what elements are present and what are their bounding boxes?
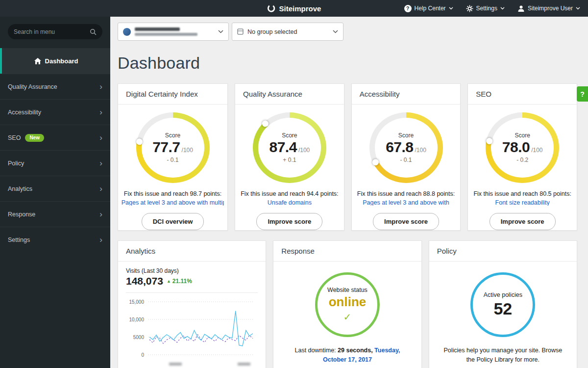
sidebar-item-seo[interactable]: SEO New › bbox=[0, 125, 110, 150]
improve-score-button[interactable]: Improve score bbox=[256, 213, 322, 230]
chevron-right-icon: › bbox=[99, 82, 102, 91]
sidebar-item-label: Analytics bbox=[8, 185, 32, 192]
score-denominator: /100 bbox=[531, 147, 542, 154]
seo-card: SEO Score 78.0/100 - 0.2 Fix this issue … bbox=[467, 83, 577, 231]
qa-gauge: Score 87.4/100 + 0.1 bbox=[253, 112, 326, 183]
group-icon bbox=[237, 28, 244, 35]
chevron-down-icon bbox=[333, 30, 338, 33]
redacted-site-name bbox=[135, 27, 197, 36]
website-status-circle: Website status online ✓ bbox=[315, 272, 380, 337]
score-label: Score bbox=[282, 132, 297, 139]
menu-search[interactable] bbox=[8, 24, 102, 39]
seo-gauge: Score 78.0/100 - 0.2 bbox=[486, 112, 559, 183]
chevron-right-icon: › bbox=[99, 108, 102, 116]
card-title: Policy bbox=[429, 241, 577, 262]
gear-icon bbox=[466, 5, 473, 12]
analytics-card: Analytics Visits (Last 30 days) 148,073 … bbox=[118, 240, 266, 368]
card-title: SEO bbox=[468, 84, 577, 105]
card-title: Accessibility bbox=[352, 84, 461, 105]
score-denominator: /100 bbox=[298, 147, 310, 154]
response-card: Response Website status online ✓ Last do… bbox=[273, 240, 421, 368]
score-value: 87.4 bbox=[270, 139, 297, 156]
new-badge: New bbox=[25, 134, 44, 142]
settings-menu[interactable]: Settings bbox=[466, 5, 505, 12]
score-label: Score bbox=[398, 132, 414, 139]
chevron-down-icon bbox=[449, 7, 453, 10]
score-delta: - 0.1 bbox=[167, 157, 179, 163]
accessibility-card: Accessibility Score 67.8/100 - 0.1 Fix t… bbox=[351, 83, 461, 231]
fix-text: Fix this issue and reach 94.4 points: bbox=[238, 190, 341, 197]
score-denominator: /100 bbox=[182, 147, 193, 154]
fix-link[interactable]: Pages at level 3 and above with multiple bbox=[122, 199, 224, 206]
clipped-axis-label bbox=[169, 363, 182, 366]
score-denominator: /100 bbox=[415, 147, 426, 154]
card-title: Response bbox=[273, 241, 421, 262]
sidebar-item-settings[interactable]: Settings › bbox=[0, 227, 110, 252]
sidebar-item-response[interactable]: Response › bbox=[0, 201, 110, 227]
score-value: 67.8 bbox=[386, 139, 413, 156]
improve-score-button[interactable]: Improve score bbox=[490, 213, 556, 230]
page-title: Dashboard bbox=[118, 53, 577, 73]
score-label: Score bbox=[514, 132, 530, 139]
sidebar-item-label: Quality Assurance bbox=[8, 83, 57, 90]
chevron-right-icon: › bbox=[99, 133, 102, 142]
sidebar-item-quality-assurance[interactable]: Quality Assurance › bbox=[0, 74, 110, 99]
sidebar-item-accessibility[interactable]: Accessibility › bbox=[0, 99, 110, 125]
sidebar-item-dashboard[interactable]: Dashboard bbox=[0, 48, 110, 74]
group-selector-value: No group selected bbox=[247, 28, 297, 35]
score-value: 77.7 bbox=[152, 139, 180, 156]
chevron-right-icon: › bbox=[99, 210, 102, 218]
help-tab-button[interactable]: ? bbox=[577, 86, 588, 102]
sidebar-item-label: Policy bbox=[8, 160, 24, 167]
score-delta: + 0.1 bbox=[283, 157, 296, 163]
sidebar-item-analytics[interactable]: Analytics › bbox=[0, 176, 110, 201]
siteimprove-logo-icon bbox=[267, 4, 276, 13]
downtime-duration: 29 seconds, bbox=[338, 347, 373, 354]
chevron-right-icon: › bbox=[99, 184, 102, 193]
search-icon[interactable] bbox=[90, 28, 97, 35]
brand: Siteimprove bbox=[267, 4, 321, 13]
dci-overview-button[interactable]: DCI overview bbox=[142, 213, 204, 230]
quality-assurance-card: Quality Assurance Score 87.4/100 + 0.1 F… bbox=[235, 83, 344, 231]
check-icon: ✓ bbox=[343, 311, 352, 323]
policy-card: Policy Active policies 52 Policies help … bbox=[429, 240, 577, 368]
dci-card: Digital Certainty Index Score 77.7/100 -… bbox=[118, 83, 228, 231]
search-input[interactable] bbox=[14, 28, 90, 35]
top-bar: Siteimprove ? Help Center Settings bbox=[0, 0, 588, 17]
fix-link[interactable]: Pages at level 3 and above with bbox=[363, 199, 449, 206]
card-title: Analytics bbox=[118, 241, 266, 262]
fix-text: Fix this issue and reach 80.5 points: bbox=[470, 190, 574, 197]
score-delta: - 0.1 bbox=[400, 157, 412, 163]
main-content: No group selected Dashboard Digital Cert… bbox=[110, 17, 588, 368]
settings-label: Settings bbox=[476, 5, 497, 12]
site-selector[interactable] bbox=[118, 23, 229, 41]
chevron-right-icon: › bbox=[99, 159, 102, 167]
fix-link[interactable]: Unsafe domains bbox=[268, 199, 312, 206]
sidebar-item-policy[interactable]: Policy › bbox=[0, 150, 110, 176]
sidebar-item-label: Dashboard bbox=[45, 57, 78, 65]
score-value: 78.0 bbox=[502, 139, 530, 156]
fix-text: Fix this issue and reach 88.8 points: bbox=[354, 190, 458, 197]
user-icon bbox=[517, 5, 525, 12]
policy-description: Policies help you manage your site. Brow… bbox=[429, 346, 577, 365]
sidebar-item-label: SEO bbox=[8, 134, 21, 141]
improve-score-button[interactable]: Improve score bbox=[373, 213, 439, 230]
chevron-right-icon: › bbox=[99, 236, 102, 244]
help-center-label: Help Center bbox=[415, 5, 446, 12]
active-policies-value: 52 bbox=[493, 299, 512, 318]
home-icon bbox=[34, 58, 41, 64]
help-center-menu[interactable]: ? Help Center bbox=[404, 5, 453, 12]
sidebar-item-label: Accessibility bbox=[8, 109, 41, 116]
sidebar-item-label: Response bbox=[8, 211, 35, 218]
active-policies-circle: Active policies 52 bbox=[470, 272, 535, 337]
chevron-down-icon bbox=[576, 7, 580, 10]
card-title: Quality Assurance bbox=[235, 84, 344, 105]
group-selector[interactable]: No group selected bbox=[232, 23, 343, 41]
fix-link[interactable]: Font size readability bbox=[495, 199, 550, 206]
chart-y-axis: 15,000 10,000 5000 0 bbox=[126, 300, 148, 357]
sidebar-item-label: Settings bbox=[8, 237, 30, 243]
chevron-down-icon bbox=[218, 30, 223, 33]
visits-chart: 15,000 10,000 5000 0 bbox=[126, 300, 258, 359]
clipped-axis-label bbox=[238, 363, 250, 366]
user-menu[interactable]: Siteimprove User bbox=[517, 5, 580, 12]
